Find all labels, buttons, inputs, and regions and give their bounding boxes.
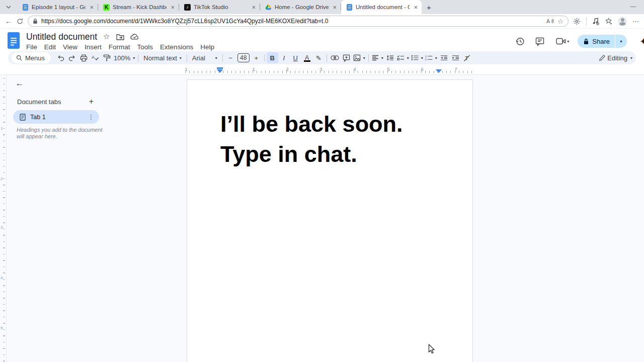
browser-tab-kick-dashboard[interactable]: K Stream - Kick Dashboard × (98, 0, 179, 14)
first-line-indent-marker[interactable] (217, 67, 223, 69)
browser-tab-google-drive[interactable]: Home - Google Drive × (260, 0, 341, 14)
tiktok-favicon: ♪ (184, 4, 191, 11)
tab-close-icon[interactable]: × (251, 4, 257, 11)
share-dropdown-caret[interactable]: ▾ (615, 35, 627, 48)
editing-mode-select[interactable]: Editing ▾ (599, 54, 632, 62)
document-page[interactable]: I’ll be back soon. Type in chat. (187, 79, 473, 362)
refresh-icon[interactable] (17, 18, 23, 25)
version-history-icon[interactable] (512, 34, 527, 49)
insert-link-button[interactable] (329, 52, 341, 63)
undo-button[interactable] (55, 52, 66, 63)
bold-button[interactable]: B (267, 52, 278, 63)
insert-image-button[interactable]: ▾ (352, 52, 366, 63)
google-docs-logo[interactable] (7, 32, 20, 49)
text-color-button[interactable]: A (301, 52, 313, 63)
increase-font-size-button[interactable]: + (251, 52, 262, 63)
menu-view[interactable]: View (59, 43, 81, 53)
share-main[interactable]: Share (578, 35, 615, 48)
move-to-folder-icon[interactable] (116, 34, 124, 40)
italic-button[interactable]: I (278, 52, 290, 63)
browser-tab-episode-layout[interactable]: Episode 1 layout - Google Docs × (17, 0, 98, 14)
decrease-indent-button[interactable] (438, 52, 450, 63)
headings-hint-text: Headings you add to the document will ap… (17, 127, 103, 139)
font-family-select[interactable]: Arial ▾ (189, 52, 220, 63)
document-tabs-header: Document tabs + (17, 97, 94, 106)
kick-favicon: K (103, 4, 110, 11)
join-call-icon[interactable]: ▾ (552, 34, 573, 49)
editor-content-area: 1 2 3 4 5 ← Document tabs + Tab 1 ⋮ Head… (0, 75, 644, 362)
numbered-list-button[interactable]: 12 ▾ (424, 52, 438, 63)
checklist-button[interactable]: ▾ (396, 52, 410, 63)
menu-insert[interactable]: Insert (81, 43, 105, 53)
clear-formatting-button[interactable]: T (461, 52, 473, 63)
menu-format[interactable]: Format (105, 43, 134, 53)
paint-format-button[interactable] (101, 52, 113, 63)
url-input[interactable]: https://docs.google.com/document/d/1WWkc… (28, 16, 569, 27)
browser-address-bar: ← https://docs.google.com/document/d/1WW… (0, 14, 644, 29)
close-sidebar-back-button[interactable]: ← (14, 78, 25, 89)
paragraph-style-select[interactable]: Normal text ▾ (140, 52, 184, 63)
extensions-icon[interactable] (573, 18, 581, 25)
profile-avatar[interactable] (618, 17, 627, 26)
menu-edit[interactable]: Edit (41, 43, 59, 53)
editing-mode-caret: ▾ (630, 56, 632, 60)
highlight-color-button[interactable]: ✎ (313, 52, 325, 63)
share-button[interactable]: Share ▾ (578, 35, 627, 48)
toolbar-divider (327, 54, 327, 62)
tab-search-button[interactable] (0, 0, 17, 14)
line-spacing-button[interactable] (384, 52, 396, 63)
read-aloud-icon[interactable]: A (546, 18, 554, 24)
bulleted-list-button[interactable]: ▾ (410, 52, 424, 63)
increase-indent-button[interactable] (450, 52, 461, 63)
menu-tools[interactable]: Tools (134, 43, 157, 53)
menu-file[interactable]: File (23, 43, 41, 53)
tab-options-icon[interactable]: ⋮ (88, 114, 94, 121)
underline-button[interactable]: U (290, 52, 301, 63)
left-indent-marker[interactable] (217, 67, 223, 73)
favorites-star-icon[interactable]: ☆ (557, 18, 564, 25)
menu-help[interactable]: Help (197, 43, 218, 53)
menus-search-button[interactable]: Menus (12, 52, 51, 63)
document-line-2[interactable]: Type in chat. (220, 139, 403, 169)
zoom-select[interactable]: 100% ▾ (113, 52, 136, 63)
sidebar-tab-1[interactable]: Tab 1 ⋮ (13, 110, 99, 124)
ruler-ticks (185, 71, 474, 73)
back-icon[interactable]: ← (5, 17, 12, 25)
redo-button[interactable] (66, 52, 78, 63)
horizontal-ruler[interactable]: 1 1 2 3 4 5 6 7 (0, 66, 644, 75)
align-button[interactable]: ▾ (371, 52, 384, 63)
window-minimize-button[interactable]: — (630, 3, 636, 9)
browser-tab-tiktok-studio[interactable]: ♪ TikTok Studio × (179, 0, 260, 14)
search-icon (16, 55, 22, 61)
document-title[interactable]: Untitled document (26, 32, 97, 42)
document-status-cloud-icon[interactable] (130, 34, 139, 40)
decrease-font-size-button[interactable]: − (225, 52, 236, 63)
paint-roller-icon (103, 54, 111, 62)
menu-extensions[interactable]: Extensions (156, 43, 197, 53)
browser-menu-icon[interactable]: ⋯ (632, 18, 639, 25)
tab-close-icon[interactable]: × (332, 4, 338, 11)
bulleted-list-caret: ▾ (421, 56, 423, 60)
spelling-check-button[interactable]: A (90, 52, 101, 63)
header-right: ▾ Share ▾ (512, 34, 640, 49)
collections-icon[interactable] (605, 18, 612, 25)
print-button[interactable] (78, 52, 90, 63)
tab-close-icon[interactable]: × (89, 4, 95, 11)
gemini-sparkle-icon[interactable]: ✦ (639, 36, 644, 47)
add-tab-button[interactable]: + (89, 97, 94, 106)
font-size-input[interactable]: 48 (237, 53, 250, 62)
google-docs-favicon (346, 4, 353, 11)
document-line-1[interactable]: I’ll be back soon. (220, 109, 403, 139)
browser-tab-untitled-document-active[interactable]: Untitled document - Google Docs × (341, 0, 422, 14)
url-text[interactable]: https://docs.google.com/document/d/1WWkc… (41, 18, 543, 25)
font-family-value: Arial (192, 54, 205, 62)
open-comments-icon[interactable] (532, 34, 547, 49)
tab-close-icon[interactable]: × (413, 4, 419, 11)
tab-close-icon[interactable]: × (170, 4, 176, 11)
new-tab-button[interactable]: + (427, 3, 431, 12)
add-comment-button[interactable] (341, 52, 352, 63)
right-indent-marker[interactable] (436, 69, 442, 73)
document-body-text[interactable]: I’ll be back soon. Type in chat. (220, 109, 403, 169)
star-document-icon[interactable]: ☆ (103, 32, 110, 41)
media-controls-icon[interactable] (592, 18, 599, 25)
